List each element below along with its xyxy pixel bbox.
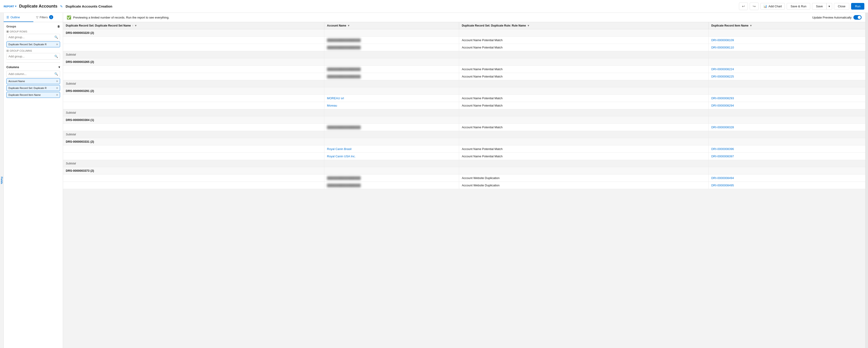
rule-cell: Account Name Potential Match	[459, 153, 708, 160]
account-name-cell: ████████████████	[324, 174, 459, 182]
table-row: MOREAU srlAccount Name Potential MatchDR…	[63, 95, 865, 102]
subtotal-row: Subtotal	[63, 80, 865, 87]
table-group-row: DRS-0000003220 (2)	[63, 29, 865, 36]
table-row: ████████████████Account Website Duplicat…	[63, 182, 865, 189]
subtotal-row: Subtotal	[63, 160, 865, 167]
save-run-button[interactable]: Save & Run	[787, 3, 810, 9]
column-tag-2: Duplicate Record Item Name ×	[6, 92, 60, 98]
dri-cell: DRI-0000008494	[708, 174, 865, 182]
account-name-cell: Royal Canin Brasil	[324, 145, 459, 153]
report-text: REPORT	[4, 5, 14, 8]
save-button[interactable]: Save	[812, 3, 827, 9]
run-button[interactable]: Run	[851, 3, 864, 9]
dri-link[interactable]: DRI-0000008494	[711, 176, 734, 180]
table-body: DRS-0000003220 (2)████████████████Accoun…	[63, 29, 865, 189]
account-name-cell: ████████████████	[324, 73, 459, 80]
dri-link[interactable]: DRI-0000008110	[711, 46, 734, 49]
subtotal-row: Subtotal	[63, 51, 865, 58]
filter-icon-2[interactable]: ▾	[528, 24, 529, 27]
undo-icon: ↩	[742, 4, 745, 8]
save-button-group: Save ▾	[812, 3, 832, 9]
group-rows-icon: ▦	[6, 30, 9, 33]
account-name-link[interactable]: Royal Canin Brasil	[327, 147, 351, 151]
group-id-cell: DRS-0000003220 (2)	[63, 29, 324, 36]
account-name-link[interactable]: MOREAU srl	[327, 96, 344, 100]
top-bar: REPORT ▾ Duplicate Accounts ✎ Duplicate …	[0, 0, 868, 13]
sort-icon-0[interactable]: ↑	[132, 24, 133, 27]
add-column-input[interactable]: Add column... 🔍	[6, 71, 60, 77]
account-name-cell: MOREAU srl	[324, 95, 459, 102]
table-group-row: DRS-0000003331 (2)	[63, 138, 865, 145]
dri-link[interactable]: DRI-0000008224	[711, 67, 734, 71]
group-row-tag-0: Duplicate Record Set: Duplicate R ×	[6, 41, 60, 47]
add-group-placeholder: Add group...	[8, 35, 25, 39]
data-table: Duplicate Record Set: Duplicate Record S…	[63, 22, 865, 189]
dri-cell: DRI-0000008396	[708, 145, 865, 153]
rule-cell: Account Name Potential Match	[459, 66, 708, 73]
dri-link[interactable]: DRI-0000008293	[711, 96, 734, 100]
table-row: ████████████████Account Name Potential M…	[63, 36, 865, 44]
close-button[interactable]: Close	[834, 3, 849, 9]
rule-cell: Account Name Potential Match	[459, 44, 708, 51]
filter-icon-3[interactable]: ▾	[750, 24, 751, 27]
table-row: ████████████████Account Name Potential M…	[63, 73, 865, 80]
sidebar-tabs: ☰ Outline ▽ Filters 1	[4, 13, 63, 22]
account-name-link[interactable]: Moreau	[327, 104, 337, 107]
table-row: Royal Canin USA Inc.Account Name Potenti…	[63, 153, 865, 160]
filter-icon-0[interactable]: ▾	[135, 24, 136, 27]
dri-link[interactable]: DRI-0000008396	[711, 147, 734, 151]
add-group-input[interactable]: Add group... 🔍	[6, 34, 60, 40]
remove-col-2[interactable]: ×	[56, 93, 58, 97]
search-icon-col: 🔍	[54, 72, 58, 76]
remove-col-1[interactable]: ×	[56, 86, 58, 90]
dri-link[interactable]: DRI-0000008109	[711, 38, 734, 42]
filter-icon-1[interactable]: ▾	[348, 24, 349, 27]
remove-group-tag-0[interactable]: ×	[56, 42, 58, 46]
fields-tab[interactable]: Fields	[0, 13, 4, 348]
account-name-cell: ████████████████	[324, 124, 459, 131]
toggle-label: Update Preview Automatically	[812, 16, 851, 19]
groups-label: Groups	[6, 25, 16, 28]
group-columns-label: ▤ GROUP COLUMNS	[6, 49, 60, 52]
redo-button[interactable]: ↪	[750, 2, 758, 10]
table-group-row: DRS-0000003304 (1)	[63, 116, 865, 124]
tab-outline[interactable]: ☰ Outline	[4, 13, 33, 22]
report-subtitle: Duplicate Accounts Creation	[66, 4, 112, 8]
rule-cell: Account Name Potential Match	[459, 102, 708, 109]
delete-icon[interactable]: 🗑	[57, 25, 60, 28]
add-chart-button[interactable]: 📊 Add Chart	[761, 3, 785, 9]
search-icon-cols: 🔍	[54, 55, 58, 58]
undo-button[interactable]: ↩	[739, 2, 748, 10]
filters-label: Filters	[40, 16, 48, 19]
add-group-columns-input[interactable]: Add group... 🔍	[6, 53, 60, 60]
sidebar-divider	[6, 62, 60, 63]
remove-col-0[interactable]: ×	[56, 79, 58, 83]
top-bar-right: ↩ ↪ 📊 Add Chart Save & Run Save ▾ Close …	[739, 2, 864, 10]
dri-link[interactable]: DRI-0000008328	[711, 125, 734, 129]
chevron-down-icon-cols[interactable]: ▾	[59, 65, 60, 69]
auto-preview-toggle[interactable]	[854, 15, 862, 20]
dri-link[interactable]: DRI-0000008495	[711, 183, 734, 187]
account-name-cell: ████████████████	[324, 66, 459, 73]
subtotal-label: Subtotal	[63, 131, 324, 138]
rule-cell: Account Website Duplication	[459, 174, 708, 182]
tab-filters[interactable]: ▽ Filters 1	[33, 13, 63, 22]
col-header-rule-name: Duplicate Record Set: Duplicate Rule: Ru…	[459, 22, 708, 29]
group-id-cell: DRS-0000003331 (2)	[63, 138, 324, 145]
dri-link[interactable]: DRI-0000008294	[711, 104, 734, 107]
account-name-link[interactable]: Royal Canin USA Inc.	[327, 154, 355, 158]
table-row: Royal Canin BrasilAccount Name Potential…	[63, 145, 865, 153]
dri-link[interactable]: DRI-0000008225	[711, 75, 734, 78]
dri-link[interactable]: DRI-0000008397	[711, 154, 734, 158]
table-header-row: Duplicate Record Set: Duplicate Record S…	[63, 22, 865, 29]
preview-text: Previewing a limited number of records. …	[73, 16, 169, 19]
edit-icon[interactable]: ✎	[60, 5, 63, 8]
rule-cell: Account Name Potential Match	[459, 145, 708, 153]
outline-icon: ☰	[6, 16, 9, 19]
save-dropdown-button[interactable]: ▾	[827, 3, 832, 9]
sidebar: ☰ Outline ▽ Filters 1 Groups 🗑 ▦ GROUP R…	[4, 13, 63, 348]
account-name-cell: ████████████████	[324, 182, 459, 189]
chevron-down-icon[interactable]: ▾	[15, 5, 17, 8]
sidebar-content: Groups 🗑 ▦ GROUP ROWS Add group... 🔍 Dup…	[4, 22, 63, 348]
data-table-container: Duplicate Record Set: Duplicate Record S…	[63, 22, 865, 348]
